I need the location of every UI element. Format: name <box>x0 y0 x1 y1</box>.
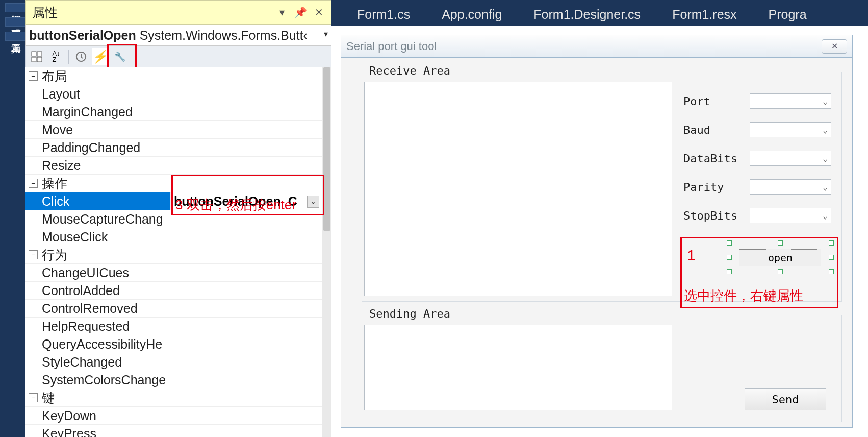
panel-pin-icon[interactable]: 📌 <box>294 6 307 18</box>
resize-handle-icon[interactable] <box>727 269 732 274</box>
doc-tab[interactable]: App.config <box>426 3 517 26</box>
event-name: HelpRequested <box>42 319 170 334</box>
properties-toolbar: A↓Z ⚡ 🔧 <box>25 46 331 67</box>
category-row-layout[interactable]: − 布局 <box>25 67 322 85</box>
receive-textbox[interactable] <box>364 82 672 296</box>
expand-toggle-icon[interactable]: − <box>29 393 38 402</box>
event-name: StyleChanged <box>42 355 170 370</box>
event-name: KeyDown <box>42 408 170 423</box>
cfg-combo-databits[interactable] <box>750 151 831 166</box>
event-name: Click <box>42 194 170 209</box>
properties-panel-titlebar: 属性 ▾ 📌 ✕ <box>25 0 331 25</box>
event-row[interactable]: PaddingChanged <box>25 139 322 157</box>
event-handler-text: buttonSerialOpen_C <box>174 194 297 209</box>
cfg-row: Parity <box>683 173 831 201</box>
properties-scrollbar[interactable] <box>322 67 331 437</box>
categorized-view-icon[interactable] <box>28 48 45 65</box>
doc-tab[interactable]: Form1.Designer.cs <box>518 3 656 26</box>
expand-toggle-icon[interactable]: − <box>29 71 38 81</box>
event-row[interactable]: MarginChanged <box>25 103 322 121</box>
resize-handle-icon[interactable] <box>829 240 834 246</box>
event-name: ChangeUICues <box>42 265 170 280</box>
editor-area: Form1.cs App.config Form1.Designer.cs Fo… <box>331 0 868 437</box>
side-tab-datasource[interactable]: 数据源 <box>5 3 25 12</box>
event-row[interactable]: MouseCaptureChang <box>25 210 322 228</box>
side-tab-toolbox[interactable]: 工具箱 <box>5 32 25 41</box>
event-row[interactable]: ControlRemoved <box>25 300 322 318</box>
panel-menu-dropdown-icon[interactable]: ▾ <box>276 6 288 18</box>
panel-close-icon[interactable]: ✕ <box>313 6 325 18</box>
pinned-side-tabs: 数据源 服务器资源管理器 工具箱 <box>0 0 25 437</box>
category-row-action[interactable]: − 操作 <box>25 175 322 192</box>
event-name: ControlAdded <box>42 283 170 298</box>
svg-rect-1 <box>37 52 42 56</box>
event-row[interactable]: Move <box>25 121 322 139</box>
svg-rect-3 <box>37 57 42 62</box>
annotation-number-1: 1 <box>687 247 696 264</box>
event-row[interactable]: Resize <box>25 157 322 175</box>
event-row[interactable]: KeyDown <box>25 407 322 425</box>
event-row[interactable]: ChangeUICues <box>25 264 322 282</box>
events-view-icon[interactable]: ⚡ <box>92 48 109 65</box>
category-label: 行为 <box>42 247 67 263</box>
doc-tab[interactable]: Progra <box>753 3 822 26</box>
event-row[interactable]: QueryAccessibilityHe <box>25 335 322 353</box>
form-preview[interactable]: Serial port gui tool ✕ Receive Area Port… <box>341 35 853 428</box>
category-label: 操作 <box>42 175 67 192</box>
selector-dropdown-icon[interactable]: ▾ <box>324 29 328 39</box>
event-handler-value[interactable]: buttonSerialOpen_C ⌄ <box>170 192 322 210</box>
open-button[interactable]: open <box>739 249 821 266</box>
expand-toggle-icon[interactable]: − <box>29 250 38 259</box>
cfg-row: DataBits <box>683 144 831 173</box>
event-row[interactable]: SystemColorsChange <box>25 371 322 389</box>
cfg-row: Port <box>683 87 831 115</box>
event-name: Layout <box>42 87 170 102</box>
sending-textbox[interactable] <box>364 325 672 410</box>
properties-object-selector[interactable]: buttonSerialOpen System.Windows.Forms.Bu… <box>25 25 331 46</box>
event-row[interactable]: StyleChanged <box>25 353 322 371</box>
scrollbar-thumb[interactable] <box>323 67 330 231</box>
event-name: ControlRemoved <box>42 301 170 316</box>
document-tab-bar: Form1.cs App.config Form1.Designer.cs Fo… <box>331 0 868 26</box>
event-value-dropdown-icon[interactable]: ⌄ <box>307 196 319 208</box>
serial-config-area: Port Baud DataBits Parity StopBits <box>683 87 831 230</box>
properties-panel: 属性 ▾ 📌 ✕ buttonSerialOpen System.Windows… <box>25 0 331 437</box>
event-row[interactable]: Layout <box>25 85 322 103</box>
cfg-combo-parity[interactable] <box>750 179 831 195</box>
resize-handle-icon[interactable] <box>727 255 732 260</box>
winforms-designer-surface[interactable]: Serial port gui tool ✕ Receive Area Port… <box>331 26 868 437</box>
send-button[interactable]: Send <box>745 388 826 410</box>
event-row[interactable]: HelpRequested <box>25 318 322 335</box>
doc-tab[interactable]: Form1.cs <box>342 3 425 26</box>
resize-handle-icon[interactable] <box>778 269 783 274</box>
event-row[interactable]: KeyPress <box>25 425 322 437</box>
svg-rect-2 <box>32 57 36 62</box>
properties-view-icon[interactable] <box>72 48 90 65</box>
resize-handle-icon[interactable] <box>778 240 783 246</box>
side-tab-server-explorer[interactable]: 服务器资源管理器 <box>5 17 25 27</box>
cfg-combo-port[interactable] <box>750 93 831 109</box>
doc-tab[interactable]: Form1.resx <box>657 3 752 26</box>
resize-handle-icon[interactable] <box>829 269 834 274</box>
receive-groupbox[interactable]: Receive Area Port Baud DataBits Parity S… <box>362 72 842 302</box>
selected-object-type: System.Windows.Forms.Butt‹ <box>140 28 308 43</box>
resize-handle-icon[interactable] <box>727 240 732 246</box>
category-row-behavior[interactable]: − 行为 <box>25 246 322 264</box>
event-row[interactable]: MouseClick <box>25 228 322 246</box>
cfg-combo-baud[interactable] <box>750 122 831 137</box>
cfg-row: StopBits <box>683 201 831 230</box>
category-row-key[interactable]: − 键 <box>25 389 322 407</box>
open-button-selection[interactable]: open <box>729 243 831 272</box>
event-name: Resize <box>42 158 170 173</box>
property-pages-icon[interactable]: 🔧 <box>111 48 129 65</box>
sending-groupbox[interactable]: Sending Area Send <box>362 315 842 422</box>
alphabetical-view-icon[interactable]: A↓Z <box>47 48 65 65</box>
event-name: PaddingChanged <box>42 140 170 155</box>
event-row-selected[interactable]: Click buttonSerialOpen_C ⌄ <box>25 192 322 210</box>
resize-handle-icon[interactable] <box>829 255 834 260</box>
cfg-combo-stopbits[interactable] <box>750 208 831 223</box>
event-row[interactable]: ControlAdded <box>25 282 322 300</box>
form-close-button[interactable]: ✕ <box>822 39 847 54</box>
properties-grid[interactable]: − 布局 Layout MarginChanged Move PaddingCh… <box>25 67 322 437</box>
expand-toggle-icon[interactable]: − <box>29 179 38 188</box>
